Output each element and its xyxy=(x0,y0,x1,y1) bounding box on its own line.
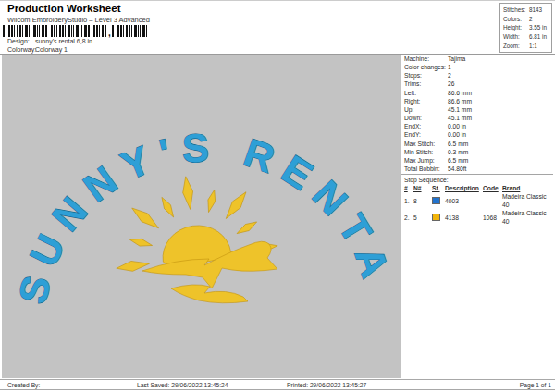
stat-label: Stitches: xyxy=(503,6,529,15)
production-worksheet-page: Production Worksheet Wilcom EmbroiderySt… xyxy=(0,0,555,392)
stat-label: Width: xyxy=(503,32,529,42)
info-value: 0.00 in xyxy=(448,130,466,139)
stat-value: 1:1 xyxy=(529,42,537,51)
info-value: 54.80ft xyxy=(448,165,466,173)
stop-sequence-title: Stop Sequence: xyxy=(401,176,553,184)
info-label: Total Bobbin: xyxy=(404,165,448,173)
info-label: Up: xyxy=(404,105,448,114)
stop-sequence-row: 1. 8 4003 Madeira Classic 40 xyxy=(401,192,553,209)
info-value: 86.6 mm xyxy=(448,97,472,105)
thread-code: 1068 xyxy=(483,214,502,222)
needle-number: 8 xyxy=(413,197,432,205)
col-header-stitch: St. xyxy=(432,184,445,192)
last-saved-text: Last Saved: 29/06/2022 13:45:24 xyxy=(137,382,228,388)
design-preview-canvas: SUNNY'S RENTALS xyxy=(2,55,401,378)
info-value: 0.3 mm xyxy=(448,148,468,156)
stat-row: Zoom: 1:1 xyxy=(503,42,551,51)
app-subtitle: Wilcom EmbroideryStudio – Level 3 Advanc… xyxy=(7,16,150,24)
colorway-label: Colorway: xyxy=(7,46,33,53)
info-row: Machine:Tajima xyxy=(401,55,553,63)
info-value: 6.5 mm xyxy=(448,140,468,148)
info-value: 45.1 mm xyxy=(448,114,472,122)
stat-label: Height: xyxy=(503,23,529,32)
info-value: 86.6 mm xyxy=(448,89,472,97)
stat-label: Zoom: xyxy=(503,42,529,51)
info-row: Min Stitch:0.3 mm xyxy=(401,148,553,156)
stat-value: 3.55 in xyxy=(529,23,547,32)
stop-sequence-header: # N# St. Description Code Brand xyxy=(401,184,553,192)
info-label: Stops: xyxy=(404,71,448,80)
info-label: EndX: xyxy=(404,122,448,130)
info-value: 45.1 mm xyxy=(448,105,472,114)
design-label: Design: xyxy=(7,38,33,44)
info-label: Max Stitch: xyxy=(404,140,448,148)
embroidery-design: SUNNY'S RENTALS xyxy=(2,55,401,378)
page-indicator: Page 1 of 1 xyxy=(520,382,551,388)
design-value: sunny's rental 6,8 in xyxy=(35,38,92,44)
thread-color-swatch xyxy=(432,214,440,221)
seq-number: 1. xyxy=(404,197,413,205)
stat-row: Stitches: 8143 xyxy=(503,6,551,15)
info-label: Machine: xyxy=(404,55,448,63)
col-header-needle: N# xyxy=(413,184,432,192)
info-row: Stops:2 xyxy=(401,71,553,80)
info-value: 26 xyxy=(448,80,454,88)
thread-description: 4138 xyxy=(445,214,483,222)
seq-number: 2. xyxy=(404,214,413,222)
barcode-segment xyxy=(3,25,107,37)
info-value: 6.5 mm xyxy=(448,156,468,165)
thread-color-swatch xyxy=(432,197,440,204)
stat-row: Width: 6.81 in xyxy=(503,32,551,42)
info-label: Left: xyxy=(404,89,448,97)
info-row: EndY:0.00 in xyxy=(401,130,553,139)
info-row: Left:86.6 mm xyxy=(401,89,553,97)
info-row: EndX:0.00 in xyxy=(401,122,553,130)
info-value: 0.00 in xyxy=(448,122,466,130)
stat-value: 6.81 in xyxy=(529,32,547,42)
info-row: Color changes:1 xyxy=(401,63,553,71)
info-value: 2 xyxy=(448,71,451,80)
col-header-brand: Brand xyxy=(502,184,553,192)
info-row: Trims:26 xyxy=(401,80,553,88)
colorway-value: Colorway 1 xyxy=(35,46,68,53)
needle-number: 5 xyxy=(413,214,432,222)
info-row: Total Bobbin:54.80ft xyxy=(401,165,553,173)
info-label: Max Jump: xyxy=(404,156,448,165)
col-header-code: Code xyxy=(483,184,502,192)
thread-description: 4003 xyxy=(445,197,483,205)
info-label: Color changes: xyxy=(404,63,448,71)
stat-row: Height: 3.55 in xyxy=(503,23,551,32)
stat-label: Colors: xyxy=(503,15,529,24)
info-label: Right: xyxy=(404,97,448,105)
info-label: Trims: xyxy=(404,80,448,88)
info-row: Right:86.6 mm xyxy=(401,97,553,105)
info-value: 1 xyxy=(448,63,451,71)
info-row: Down:45.1 mm xyxy=(401,114,553,122)
col-header-description: Description xyxy=(445,184,483,192)
info-row: Up:45.1 mm xyxy=(401,105,553,114)
created-by-label: Created By: xyxy=(7,382,40,388)
colorway-field: Colorway: Colorway 1 xyxy=(7,46,68,53)
stat-value: 2 xyxy=(529,15,533,24)
info-label: Down: xyxy=(404,114,448,122)
lower-wave-icon xyxy=(171,285,248,303)
thread-brand: Madeira Classic 40 xyxy=(502,192,553,209)
barcode-segment xyxy=(112,25,147,37)
page-title: Production Worksheet xyxy=(7,3,120,14)
thread-brand: Madeira Classic 40 xyxy=(502,209,553,226)
info-label: EndY: xyxy=(404,130,448,139)
col-header-seq: # xyxy=(404,184,413,192)
design-stats-box: Stitches: 8143 Colors: 2 Height: 3.55 in… xyxy=(500,3,552,53)
stat-row: Colors: 2 xyxy=(503,15,551,24)
worksheet-footer: Created By: Last Saved: 29/06/2022 13:45… xyxy=(0,379,555,390)
design-field: Design: sunny's rental 6,8 in xyxy=(7,38,92,44)
info-value: Tajima xyxy=(448,55,465,63)
printed-text: Printed: 29/06/2022 13:45:27 xyxy=(287,382,366,388)
machine-info-panel: Machine:Tajima Color changes:1 Stops:2 T… xyxy=(401,55,553,226)
stop-sequence-row: 2. 5 4138 1068 Madeira Classic 40 xyxy=(401,209,553,226)
info-row: Max Stitch:6.5 mm xyxy=(401,140,553,148)
info-row: Max Jump:6.5 mm xyxy=(401,156,553,165)
panel-divider xyxy=(401,174,553,175)
stat-value: 8143 xyxy=(529,6,542,15)
info-label: Min Stitch: xyxy=(404,148,448,156)
